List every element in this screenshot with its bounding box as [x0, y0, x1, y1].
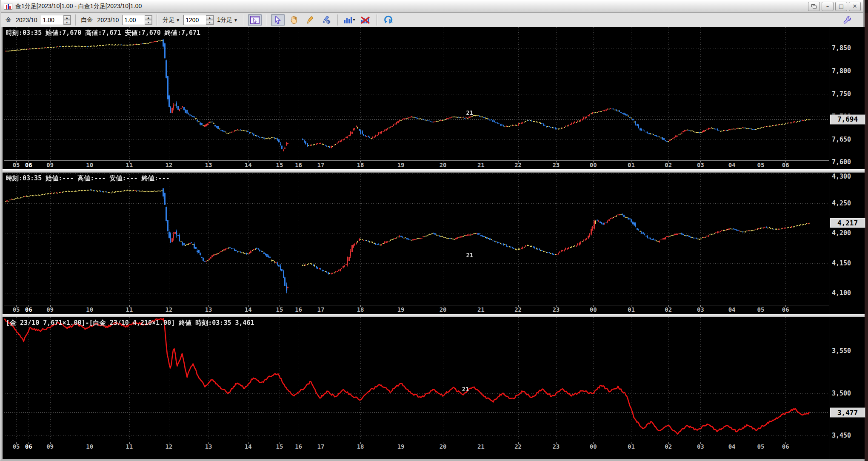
time-axis-label: 18 — [357, 443, 364, 450]
time-axis-label: 15 — [276, 162, 283, 168]
time-axis-label: 15 — [276, 306, 283, 313]
platinum-chart-canvas[interactable] — [4, 173, 829, 304]
pencil-icon — [306, 16, 314, 24]
gold-chart-canvas[interactable] — [4, 27, 829, 160]
price-axis-label: 7,650 — [832, 136, 851, 143]
main-toolbar: 金 2023/10 ▲▼ 白金 2023/10 ▲▼ 分足▼ ▲▼ 1分足▼ — [1, 13, 863, 27]
time-axis-label: 10 — [86, 443, 93, 450]
price-axis-label: 7,750 — [832, 90, 851, 98]
platinum-plot: 時刻:03:35 始値:--- 高値:--- 安値:--- 終値:--- 21 — [4, 173, 829, 304]
gold-ratio-down-icon[interactable]: ▼ — [63, 20, 71, 25]
gold-ratio-up-icon[interactable]: ▲ — [63, 15, 71, 20]
interval-dropdown[interactable]: 分足▼ — [162, 16, 181, 24]
time-axis-label: 02 — [665, 162, 672, 168]
time-axis-label: 23 — [552, 443, 560, 450]
title-bar[interactable]: 金1分足[2023/10]1.00 - 白金1分足[2023/10]1.00 –… — [1, 0, 863, 13]
app-candlestick-icon — [4, 3, 12, 10]
settings-button[interactable] — [840, 14, 854, 26]
platinum-ratio-down-icon[interactable]: ▼ — [145, 20, 152, 25]
bar-count-spinner[interactable]: ▲▼ — [183, 15, 214, 25]
time-axis-label: 21 — [477, 306, 485, 313]
time-axis-label: 09 — [46, 306, 54, 313]
minimize-button[interactable]: – — [822, 2, 834, 11]
time-axis-label: 05 — [757, 443, 765, 450]
price-axis-label: 3,450 — [832, 432, 851, 439]
time-axis-label: 15 — [276, 443, 283, 450]
spread-price-axis: 3,477 3,5503,5003,450 — [830, 317, 865, 459]
time-axis-label: 11 — [126, 306, 133, 313]
close-button[interactable]: ✕ — [849, 2, 861, 11]
gold-ratio-spinner[interactable]: ▲▼ — [41, 15, 71, 25]
panel-separator[interactable] — [3, 314, 865, 317]
bar-count-down-icon[interactable]: ▼ — [206, 20, 213, 25]
time-axis-label: 05 — [757, 162, 765, 168]
toolbar-separator — [75, 14, 76, 26]
draw-line-tool-button[interactable] — [303, 14, 317, 26]
time-axis-label: 18 — [357, 162, 364, 168]
platinum-ratio-up-icon[interactable]: ▲ — [145, 15, 152, 20]
time-axis-label: 03 — [697, 443, 704, 450]
time-axis-label: 19 — [397, 162, 405, 168]
gold-chart-panel: 時刻:03:35 始値:7,670 高値:7,671 安値:7,670 終値:7… — [3, 27, 863, 169]
time-axis-label: 02 — [665, 443, 672, 450]
time-axis-label: 05 — [13, 306, 20, 313]
time-axis-label: 00 — [590, 306, 597, 313]
time-axis-label: 14 — [245, 162, 252, 168]
platinum-ratio-input[interactable] — [123, 15, 145, 25]
indicator-menu-button[interactable] — [343, 14, 356, 26]
platinum-contract-month: 2023/10 — [97, 17, 120, 23]
time-axis-label: 03 — [697, 306, 704, 313]
panel-separator[interactable] — [3, 169, 865, 173]
time-axis-label: 09 — [46, 162, 54, 168]
spread-chart-canvas[interactable] — [4, 317, 829, 441]
pan-tool-button[interactable] — [287, 14, 301, 26]
time-axis-label: 12 — [166, 306, 173, 313]
toolbar-separator — [243, 14, 244, 26]
toolbar-separator — [337, 14, 338, 26]
remove-indicator-button[interactable] — [359, 14, 372, 26]
platinum-chart-panel: 時刻:03:35 始値:--- 高値:--- 安値:--- 終値:--- 21 … — [3, 173, 863, 314]
time-axis-label: 17 — [317, 162, 325, 168]
gold-price-axis: 7,694 7,8507,8007,7507,7007,6507,600 — [830, 27, 865, 169]
svg-text:R: R — [389, 18, 393, 24]
pen-crosshair-icon — [322, 16, 331, 24]
price-axis-label: 7,850 — [832, 44, 851, 52]
time-axis-label: 06 — [25, 162, 32, 168]
time-axis-label: 04 — [728, 162, 736, 168]
time-axis-label: 11 — [126, 162, 133, 168]
arrow-cursor-icon — [274, 16, 282, 24]
time-axis-label: 06 — [782, 306, 789, 313]
time-axis-label: 02 — [665, 306, 672, 313]
period-dropdown[interactable]: 1分足▼ — [216, 16, 239, 24]
platinum-info-line: 時刻:03:35 始値:--- 高値:--- 安値:--- 終値:--- — [6, 174, 170, 182]
gold-ratio-input[interactable] — [41, 15, 63, 25]
time-axis-label: 23 — [552, 162, 560, 168]
gold-time-axis: 0506091011121314151617181920212223000102… — [4, 160, 829, 169]
time-axis-label: 10 — [86, 306, 93, 313]
time-axis-label: 12 — [166, 162, 173, 168]
spread-info-line: [金 23/10 7,671×1.00]-[白金 23/10 4,210×1.0… — [6, 319, 254, 327]
time-axis-label: 14 — [245, 306, 252, 313]
float-window-button[interactable] — [808, 2, 820, 11]
spread-plot: [金 23/10 7,671×1.00]-[白金 23/10 4,210×1.0… — [4, 317, 829, 441]
chart-area: 時刻:03:35 始値:7,670 高値:7,671 安値:7,670 終値:7… — [1, 27, 863, 459]
gold-date-marker: 21 — [466, 109, 473, 116]
app-window: 金1分足[2023/10]1.00 - 白金1分足[2023/10]1.00 –… — [0, 0, 865, 461]
time-axis-label: 09 — [46, 443, 54, 450]
time-axis-label: 01 — [628, 306, 635, 313]
time-axis-label: 13 — [205, 162, 212, 168]
gold-info-line: 時刻:03:35 始値:7,670 高値:7,671 安値:7,670 終値:7… — [6, 29, 200, 37]
pointer-tool-button[interactable] — [271, 14, 285, 26]
chart-select-mode-button[interactable] — [248, 14, 262, 26]
marker-tool-button[interactable] — [320, 14, 333, 26]
time-axis-label: 16 — [295, 162, 302, 168]
reload-button[interactable]: R — [382, 14, 395, 26]
maximize-button[interactable]: □ — [835, 2, 847, 11]
bar-count-input[interactable] — [184, 15, 206, 25]
time-axis-label: 04 — [728, 306, 736, 313]
spread-chart-panel: [金 23/10 7,671×1.00]-[白金 23/10 4,210×1.0… — [3, 317, 863, 459]
bar-count-up-icon[interactable]: ▲ — [206, 15, 213, 20]
time-axis-label: 05 — [13, 443, 20, 450]
time-axis-label: 17 — [317, 306, 325, 313]
platinum-ratio-spinner[interactable]: ▲▼ — [122, 15, 152, 25]
